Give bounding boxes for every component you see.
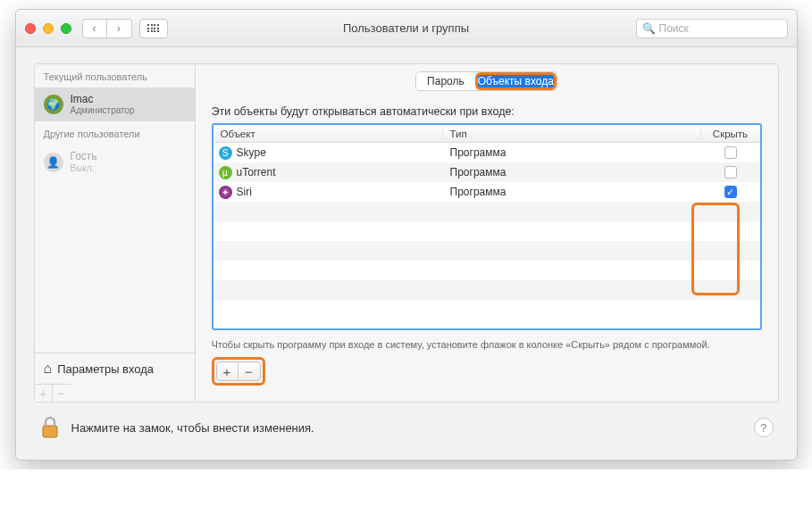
user-role: Администратор xyxy=(71,105,135,116)
footer: Нажмите на замок, чтобы внести изменения… xyxy=(34,403,779,444)
home-icon: ⌂ xyxy=(44,361,53,377)
back-button[interactable]: ‹ xyxy=(82,19,107,38)
svg-rect-0 xyxy=(43,426,57,437)
table-row[interactable]: S Skype Программа xyxy=(213,143,760,162)
tab-login-items[interactable]: Объекты входа xyxy=(475,72,557,90)
avatar-icon: 🌍 xyxy=(44,95,63,114)
add-item-button[interactable]: + xyxy=(217,362,239,380)
login-items-heading: Эти объекты будут открываться автоматиче… xyxy=(212,105,762,118)
cell-object: µ uTorrent xyxy=(213,166,443,179)
forward-button[interactable]: › xyxy=(107,19,132,38)
sidebar-current-header: Текущий пользователь xyxy=(35,64,195,87)
col-hide[interactable]: Скрыть xyxy=(701,129,760,139)
cell-object: ✦ Siri xyxy=(213,186,443,199)
add-remove-buttons: + − xyxy=(216,361,261,381)
cell-type: Программа xyxy=(443,146,701,159)
utorrent-icon: µ xyxy=(219,166,232,179)
close-icon[interactable] xyxy=(25,23,36,34)
cell-hide xyxy=(701,166,760,178)
empty-row xyxy=(213,261,760,280)
sidebar-user-guest[interactable]: 👤 Гость Выкл. xyxy=(35,145,195,178)
cell-hide: ✓ xyxy=(701,186,760,198)
guest-lines: Гость Выкл. xyxy=(71,150,97,173)
login-items-table: Объект Тип Скрыть S Skype Программа xyxy=(212,123,762,330)
siri-icon: ✦ xyxy=(219,186,232,199)
sidebar-add-user: + xyxy=(35,385,54,402)
main-split: Текущий пользователь 🌍 Imac Администрато… xyxy=(34,63,779,403)
sidebar-other-header: Другие пользователи xyxy=(35,121,195,145)
table-row[interactable]: ✦ Siri Программа ✓ xyxy=(213,182,760,202)
window-title: Пользователи и группы xyxy=(343,21,469,35)
skype-icon: S xyxy=(219,146,232,160)
table-body: S Skype Программа µ uTorrent Программа xyxy=(213,143,760,320)
cell-hide xyxy=(701,146,760,159)
prefs-window: ‹ › Пользователи и группы 🔍 Поиск Текущи… xyxy=(15,9,798,461)
lock-icon[interactable] xyxy=(39,415,61,440)
search-input[interactable]: 🔍 Поиск xyxy=(636,19,788,38)
lock-text: Нажмите на замок, чтобы внести изменения… xyxy=(71,421,314,435)
titlebar: ‹ › Пользователи и группы 🔍 Поиск xyxy=(16,10,797,47)
zoom-icon[interactable] xyxy=(61,23,71,34)
empty-row xyxy=(213,280,760,300)
tabs: Пароль Объекты входа xyxy=(415,71,557,91)
hide-checkbox[interactable] xyxy=(724,166,737,178)
empty-row xyxy=(213,241,760,261)
chevron-left-icon: ‹ xyxy=(92,21,96,35)
sidebar-plusminus: + − xyxy=(35,384,71,402)
chevron-right-icon: › xyxy=(117,21,121,35)
hide-checkbox[interactable]: ✓ xyxy=(724,186,737,198)
content: Текущий пользователь 🌍 Imac Администрато… xyxy=(16,47,797,460)
help-icon: ? xyxy=(760,421,766,435)
show-all-button[interactable] xyxy=(139,19,168,38)
user-lines: Imac Администратор xyxy=(71,93,135,116)
hide-checkbox[interactable] xyxy=(724,146,737,159)
table-header: Объект Тип Скрыть xyxy=(213,125,760,143)
guest-name: Гость xyxy=(71,150,97,162)
cell-object: S Skype xyxy=(213,146,443,160)
item-name: Skype xyxy=(237,146,266,159)
window-controls xyxy=(25,23,71,34)
login-options-label: Параметры входа xyxy=(57,362,154,376)
col-object[interactable]: Объект xyxy=(213,129,443,139)
login-options-button[interactable]: ⌂ Параметры входа xyxy=(35,353,195,384)
tab-password[interactable]: Пароль xyxy=(416,72,475,90)
hint-text: Чтобы скрыть программу при входе в систе… xyxy=(212,339,762,350)
add-remove-highlight: + − xyxy=(212,357,265,386)
guest-avatar-icon: 👤 xyxy=(44,153,63,172)
sidebar-remove-user: − xyxy=(53,385,71,402)
empty-row xyxy=(213,221,760,241)
nav-buttons: ‹ › xyxy=(82,19,132,38)
cell-type: Программа xyxy=(443,166,701,178)
empty-row xyxy=(213,202,760,221)
guest-status: Выкл. xyxy=(71,163,97,174)
empty-row xyxy=(213,300,760,320)
cell-type: Программа xyxy=(443,186,701,198)
col-type[interactable]: Тип xyxy=(443,129,701,139)
search-placeholder: Поиск xyxy=(659,22,689,35)
item-name: Siri xyxy=(237,186,252,198)
right-pane: Пароль Объекты входа Эти объекты будут о… xyxy=(196,64,778,402)
remove-item-button[interactable]: − xyxy=(239,362,260,380)
sidebar-user-current[interactable]: 🌍 Imac Администратор xyxy=(35,87,195,121)
item-name: uTorrent xyxy=(237,166,276,178)
minimize-icon[interactable] xyxy=(43,23,54,34)
table-row[interactable]: µ uTorrent Программа xyxy=(213,162,760,182)
help-button[interactable]: ? xyxy=(754,418,774,437)
sidebar: Текущий пользователь 🌍 Imac Администрато… xyxy=(35,64,196,402)
user-name: Imac xyxy=(71,93,135,105)
search-icon: 🔍 xyxy=(642,22,656,35)
grid-icon xyxy=(147,24,159,32)
